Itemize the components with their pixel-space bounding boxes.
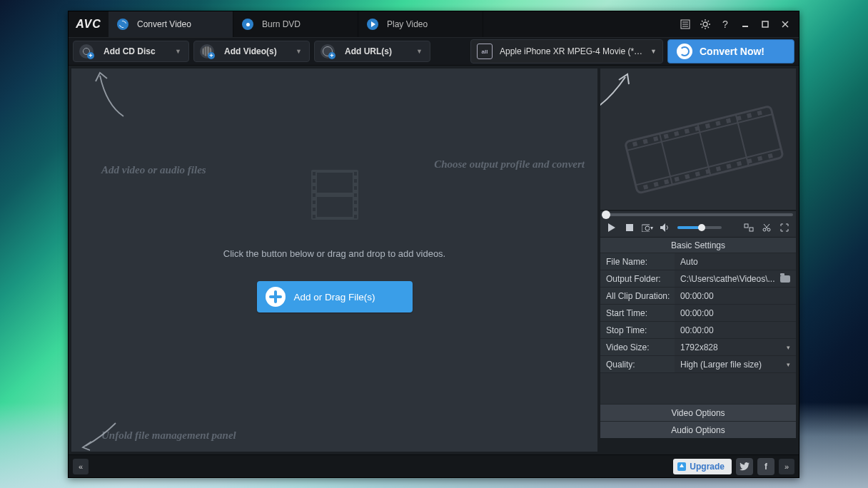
chevron-down-icon: ▼ <box>416 48 423 55</box>
volume-slider[interactable] <box>677 226 722 229</box>
chevron-down-icon: ▼ <box>175 48 181 55</box>
twitter-button[interactable] <box>736 458 753 475</box>
plus-icon <box>266 287 286 307</box>
fullscreen-button[interactable] <box>779 222 790 233</box>
settings-row: All Clip Duration:00:00:00 <box>600 287 796 304</box>
add-cd-disc-button[interactable]: Add CD Disc ▼ <box>73 41 189 62</box>
seek-thumb[interactable] <box>602 210 610 219</box>
maximize-icon[interactable] <box>757 16 773 32</box>
convert-icon <box>677 44 692 59</box>
hint-arrow-icon <box>80 417 123 453</box>
svg-rect-41 <box>642 139 647 144</box>
settings-label: Quality: <box>600 356 675 372</box>
hint-add-files: Add video or audio files <box>101 164 206 176</box>
facebook-button[interactable]: f <box>757 458 774 475</box>
svg-rect-31 <box>354 200 357 204</box>
snapshot-button[interactable]: ▾ <box>642 222 653 233</box>
drop-hint-text: Click the button below or drag and drop … <box>71 248 597 259</box>
video-options-button[interactable]: Video Options <box>600 404 796 421</box>
menu-icon[interactable] <box>677 16 693 32</box>
svg-rect-61 <box>726 163 731 168</box>
svg-rect-25 <box>313 208 316 211</box>
svg-rect-43 <box>664 133 669 138</box>
svg-point-4 <box>703 22 707 26</box>
settings-label: Video Size: <box>600 339 675 355</box>
audio-options-button[interactable]: Audio Options <box>600 421 796 438</box>
tab-play-video[interactable]: Play Video <box>358 11 483 37</box>
svg-rect-57 <box>685 174 690 179</box>
panel-collapse-button[interactable]: « <box>73 459 89 474</box>
hint-arrow-icon <box>91 70 134 120</box>
panel-expand-button[interactable]: » <box>779 459 794 474</box>
hint-choose-profile: Choose output profile and convert <box>434 158 585 171</box>
add-disc-icon <box>79 44 94 59</box>
main-drop-area[interactable]: Add video or audio files Choose output p… <box>71 68 597 452</box>
tab-label: Play Video <box>387 19 428 29</box>
svg-rect-47 <box>705 123 710 128</box>
convert-now-button[interactable]: Convert Now! <box>667 39 794 63</box>
stop-button[interactable] <box>624 222 635 233</box>
loop-button[interactable] <box>743 222 755 233</box>
svg-rect-56 <box>675 177 680 182</box>
settings-value: Auto <box>675 253 796 270</box>
output-profile-select[interactable]: all Apple iPhone XR MPEG-4 Movie (*.m...… <box>470 39 663 63</box>
play-icon <box>367 19 378 30</box>
button-label: Add or Drag File(s) <box>294 292 375 303</box>
footer: « Upgrade f » <box>69 454 799 477</box>
svg-rect-58 <box>695 171 700 176</box>
svg-rect-53 <box>643 184 648 189</box>
svg-rect-26 <box>313 215 316 218</box>
svg-rect-64 <box>757 156 762 161</box>
svg-rect-54 <box>653 182 658 187</box>
player-controls: ▾ <box>600 218 796 237</box>
svg-rect-33 <box>354 215 357 218</box>
svg-rect-22 <box>313 186 316 190</box>
svg-rect-52 <box>757 111 762 116</box>
cut-button[interactable] <box>761 222 772 233</box>
help-icon[interactable]: ? <box>717 16 733 32</box>
folder-icon[interactable] <box>780 275 790 283</box>
svg-line-12 <box>708 21 710 22</box>
play-button[interactable] <box>606 222 617 233</box>
tab-convert-video[interactable]: Convert Video <box>108 11 233 37</box>
tab-burn-dvd[interactable]: Burn DVD <box>233 11 358 37</box>
svg-rect-45 <box>685 128 690 133</box>
svg-rect-60 <box>716 166 721 171</box>
svg-rect-19 <box>317 197 353 217</box>
volume-icon[interactable] <box>660 222 671 233</box>
app-window: AVC Convert Video Burn DVD Play Video ? <box>68 11 799 478</box>
svg-rect-24 <box>313 200 316 204</box>
preview-pane <box>600 68 796 210</box>
settings-row: Video Size:1792x828 <box>600 338 796 355</box>
svg-rect-32 <box>354 208 357 211</box>
svg-rect-49 <box>726 118 731 123</box>
settings-value: 00:00:00 <box>675 288 796 304</box>
svg-rect-72 <box>750 228 753 231</box>
close-icon[interactable] <box>777 16 793 32</box>
svg-rect-65 <box>768 153 773 158</box>
svg-rect-30 <box>354 193 357 197</box>
settings-label: File Name: <box>600 253 675 270</box>
titlebar: AVC Convert Video Burn DVD Play Video ? <box>69 11 799 37</box>
film-reel-icon <box>607 103 793 195</box>
svg-line-9 <box>702 21 703 22</box>
settings-value[interactable]: High (Larger file size) <box>675 356 796 372</box>
svg-rect-44 <box>674 131 679 136</box>
minimize-icon[interactable] <box>737 16 753 32</box>
basic-settings-header: Basic Settings <box>600 237 796 253</box>
seek-bar[interactable] <box>600 211 796 218</box>
svg-rect-28 <box>354 179 357 183</box>
settings-value[interactable]: 1792x828 <box>675 339 796 355</box>
svg-rect-67 <box>626 224 633 231</box>
svg-rect-51 <box>747 113 752 118</box>
add-urls-button[interactable]: Add URL(s) ▼ <box>314 41 430 62</box>
convert-icon <box>117 19 128 30</box>
add-videos-button[interactable]: Add Video(s) ▼ <box>193 41 310 62</box>
upgrade-button[interactable]: Upgrade <box>673 459 732 474</box>
add-files-button[interactable]: Add or Drag File(s) <box>257 281 413 312</box>
settings-label: All Clip Duration: <box>600 288 675 304</box>
add-url-icon <box>321 44 335 59</box>
gear-icon[interactable] <box>697 16 713 32</box>
settings-value[interactable]: C:\Users\cathe\Videos\... <box>675 270 796 287</box>
settings-row: Stop Time:00:00:00 <box>600 321 796 338</box>
